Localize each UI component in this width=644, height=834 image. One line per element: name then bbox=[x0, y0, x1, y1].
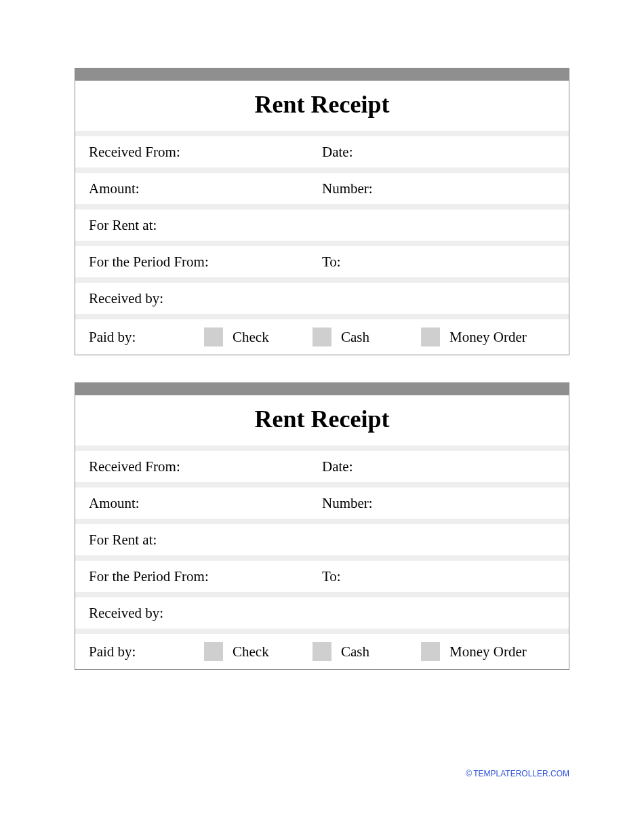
row-divider bbox=[75, 314, 569, 319]
row-for-rent-at: For Rent at: bbox=[75, 524, 569, 555]
checkbox-money-order[interactable] bbox=[421, 642, 440, 661]
receipt-title-row: Rent Receipt bbox=[75, 395, 569, 445]
receipt-title: Rent Receipt bbox=[75, 90, 569, 119]
label-period-from: For the Period From: bbox=[89, 568, 322, 585]
row-paid-by: Paid by: Check Cash Money Order bbox=[75, 634, 569, 669]
label-option-cash: Cash bbox=[341, 643, 369, 660]
receipt-top-bar bbox=[75, 383, 569, 395]
label-received-by: Received by: bbox=[89, 605, 322, 622]
row-divider bbox=[75, 277, 569, 283]
row-period: For the Period From: To: bbox=[75, 561, 569, 592]
label-period-to: To: bbox=[322, 568, 555, 585]
label-number: Number: bbox=[322, 180, 555, 197]
row-paid-by: Paid by: Check Cash Money Order bbox=[75, 319, 569, 355]
paid-option-check: Check bbox=[204, 327, 313, 346]
checkbox-money-order[interactable] bbox=[421, 327, 440, 346]
row-divider bbox=[75, 482, 569, 488]
label-option-money-order: Money Order bbox=[449, 329, 527, 346]
row-amount-number: Amount: Number: bbox=[75, 173, 569, 204]
paid-option-cash: Cash bbox=[313, 642, 421, 661]
checkbox-cash[interactable] bbox=[313, 327, 331, 346]
receipt-title: Rent Receipt bbox=[75, 405, 569, 433]
receipt-title-row: Rent Receipt bbox=[75, 81, 569, 131]
paid-option-money-order: Money Order bbox=[421, 642, 527, 661]
label-number: Number: bbox=[322, 495, 555, 512]
row-received-from-date: Received From: Date: bbox=[75, 136, 569, 167]
paid-option-money-order: Money Order bbox=[421, 327, 527, 346]
footer-site-link[interactable]: TEMPLATEROLLER.COM bbox=[473, 769, 569, 778]
row-for-rent-at: For Rent at: bbox=[75, 210, 569, 241]
row-divider bbox=[75, 131, 569, 136]
row-divider bbox=[75, 445, 569, 451]
label-option-check: Check bbox=[233, 329, 269, 346]
checkbox-cash[interactable] bbox=[313, 642, 331, 661]
checkbox-check[interactable] bbox=[204, 327, 223, 346]
label-paid-by: Paid by: bbox=[89, 329, 204, 346]
row-divider bbox=[75, 519, 569, 524]
label-option-cash: Cash bbox=[341, 329, 369, 346]
label-date: Date: bbox=[322, 144, 555, 161]
label-received-from: Received From: bbox=[89, 144, 322, 161]
label-for-rent-at: For Rent at: bbox=[89, 217, 322, 234]
row-divider bbox=[75, 167, 569, 173]
row-period: For the Period From: To: bbox=[75, 246, 569, 277]
label-date: Date: bbox=[322, 458, 555, 475]
row-divider bbox=[75, 241, 569, 246]
row-received-by: Received by: bbox=[75, 597, 569, 629]
footer-attribution: ©TEMPLATEROLLER.COM bbox=[466, 769, 569, 778]
label-paid-by: Paid by: bbox=[89, 643, 204, 660]
label-option-money-order: Money Order bbox=[449, 643, 527, 660]
label-received-from: Received From: bbox=[89, 458, 322, 475]
label-period-to: To: bbox=[322, 254, 555, 271]
row-divider bbox=[75, 204, 569, 210]
row-divider bbox=[75, 592, 569, 597]
checkbox-check[interactable] bbox=[204, 642, 223, 661]
label-amount: Amount: bbox=[89, 180, 322, 197]
paid-option-cash: Cash bbox=[313, 327, 421, 346]
row-received-from-date: Received From: Date: bbox=[75, 451, 569, 482]
label-received-by: Received by: bbox=[89, 290, 322, 307]
row-amount-number: Amount: Number: bbox=[75, 488, 569, 519]
row-divider bbox=[75, 555, 569, 561]
label-for-rent-at: For Rent at: bbox=[89, 532, 322, 549]
row-divider bbox=[75, 629, 569, 634]
label-amount: Amount: bbox=[89, 495, 322, 512]
row-received-by: Received by: bbox=[75, 283, 569, 314]
paid-option-check: Check bbox=[204, 642, 313, 661]
copyright-symbol: © bbox=[466, 769, 472, 778]
label-period-from: For the Period From: bbox=[89, 254, 322, 271]
rent-receipt-card: Rent Receipt Received From: Date: Amount… bbox=[75, 382, 569, 670]
rent-receipt-card: Rent Receipt Received From: Date: Amount… bbox=[75, 68, 569, 355]
receipt-top-bar bbox=[75, 68, 569, 81]
label-option-check: Check bbox=[233, 643, 269, 660]
